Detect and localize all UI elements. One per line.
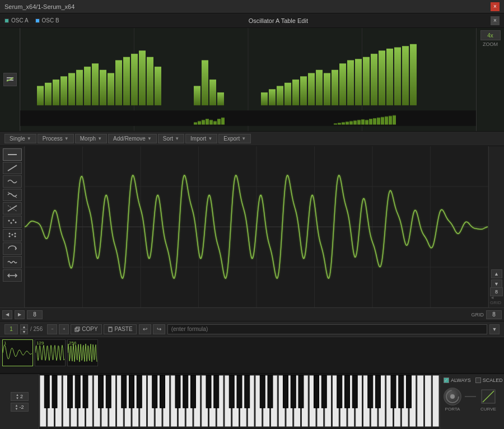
waveform-canvas-container[interactable] <box>25 146 488 307</box>
svg-rect-19 <box>76 327 80 330</box>
svg-point-16 <box>14 236 16 237</box>
svg-point-9 <box>10 222 12 224</box>
curve-label: CURVE <box>480 407 496 412</box>
curve-group: CURVE <box>479 388 497 412</box>
grid-label: GRID <box>472 312 484 318</box>
formula-input[interactable] <box>167 324 487 334</box>
svg-point-13 <box>8 236 10 237</box>
always-label: ALWAYS <box>451 377 471 383</box>
wt-main-display <box>20 28 476 131</box>
edit-toolbar: Single ▼ Process ▼ Morph ▼ Add/Remove ▼ … <box>0 132 504 146</box>
panel-close-button[interactable]: × <box>491 16 500 25</box>
svg-point-12 <box>8 233 10 235</box>
oscillator-edit-title: Oscillator A Table Edit <box>66 17 491 24</box>
always-checkbox[interactable]: ✓ <box>444 377 449 383</box>
curve-shape[interactable] <box>479 388 497 405</box>
frame-down-button[interactable]: ▼ <box>20 329 28 334</box>
pitch-spinner-2[interactable]: ▲ ▼ -2 <box>11 403 29 412</box>
scaled-checkbox[interactable] <box>475 377 481 383</box>
import-button[interactable]: Import ▼ <box>185 134 217 143</box>
nav-prev-button[interactable]: ◀ <box>2 310 12 319</box>
osc-a-tab[interactable]: OSC A <box>4 17 29 24</box>
waveform-editor: ▲ ▼ 8 ◄ GRID <box>0 146 504 307</box>
count-plus-button[interactable]: + <box>59 324 69 334</box>
svg-point-8 <box>8 220 10 222</box>
redo-button[interactable]: ↪ <box>153 324 165 334</box>
mini-frame-2[interactable]: 129 <box>35 339 66 366</box>
add-remove-arrow: ▼ <box>147 136 152 141</box>
zoom-value[interactable]: 4x <box>480 30 501 40</box>
mini-preview-strip: 1 129 256 <box>0 337 504 373</box>
mini-canvas-1 <box>3 340 32 366</box>
always-scaled-row: ✓ ALWAYS SCALED <box>444 377 501 383</box>
osc-a-indicator <box>4 18 9 23</box>
import-arrow: ▼ <box>208 136 212 141</box>
scaled-checkbox-label: SCALED <box>475 377 503 383</box>
wt-left-toolbar <box>0 28 20 131</box>
copy-paste-group: − + COPY PASTE <box>47 324 136 334</box>
tool-dots2[interactable] <box>3 229 22 241</box>
always-checkbox-label: ✓ ALWAYS <box>444 377 471 383</box>
count-minus-button[interactable]: − <box>47 324 57 334</box>
tool-cycle[interactable] <box>3 243 22 255</box>
piano-canvas[interactable] <box>39 374 440 429</box>
svg-point-24 <box>450 394 455 399</box>
tool-x[interactable] <box>3 189 22 201</box>
wavetable-display: 4x ZOOM <box>0 28 504 132</box>
keyboard-left-controls: ▲ ▼ 2 ▲ ▼ -2 <box>0 374 39 429</box>
single-arrow: ▼ <box>27 136 31 141</box>
sort-button[interactable]: Sort ▼ <box>158 134 184 143</box>
tool-line[interactable] <box>3 148 22 161</box>
wave-right-controls: ▲ ▼ 8 ◄ GRID <box>488 146 504 307</box>
tool-arrows[interactable] <box>3 269 22 282</box>
osc-a-label: OSC A <box>11 17 29 24</box>
svg-rect-18 <box>75 328 78 332</box>
copy-button[interactable]: COPY <box>71 324 101 334</box>
mini-frame-3[interactable]: 256 <box>67 339 98 366</box>
svg-point-10 <box>12 220 14 221</box>
frame-adjuster: ▲ ▼ <box>20 324 28 334</box>
add-remove-button[interactable]: Add/Remove ▼ <box>108 134 157 143</box>
osc-b-label: OSC B <box>42 17 59 24</box>
paste-button[interactable]: PASTE <box>104 324 137 334</box>
process-arrow: ▼ <box>64 136 69 141</box>
process-button[interactable]: Process ▼ <box>38 134 74 143</box>
porta-slider[interactable] <box>465 396 476 397</box>
svg-point-15 <box>14 233 16 235</box>
tool-dots[interactable] <box>3 216 22 228</box>
undo-button[interactable]: ↩ <box>139 324 151 334</box>
export-button[interactable]: Export ▼ <box>218 134 251 143</box>
formula-dropdown-button[interactable]: ▼ <box>489 324 500 334</box>
pitch-row-1: ▲ ▼ 2 <box>11 392 29 401</box>
mini-frame-1[interactable]: 1 <box>2 339 33 366</box>
window-close-button[interactable]: × <box>491 2 500 11</box>
tool-diagonal[interactable] <box>3 202 22 214</box>
wavetable-bars-canvas <box>20 28 476 131</box>
page-num[interactable]: 8 <box>27 310 43 319</box>
frame-up-button[interactable]: ▲ <box>20 324 28 329</box>
morph-button[interactable]: Morph ▼ <box>75 134 107 143</box>
waveform-canvas[interactable] <box>25 146 488 307</box>
scroll-up-button[interactable]: ▲ <box>491 269 502 278</box>
frame-number[interactable]: 1 <box>4 324 18 334</box>
tool-squiggle[interactable] <box>3 256 22 268</box>
mini-frame-3-num: 256 <box>69 341 76 346</box>
tool-sine[interactable] <box>3 175 22 188</box>
tool-draw[interactable] <box>3 162 22 174</box>
porta-curve-row: PORTA CURVE <box>444 388 501 412</box>
porta-label: PORTA <box>445 407 460 412</box>
pitch-controls: ▲ ▼ 2 ▲ ▼ -2 <box>11 392 29 412</box>
wt-right-controls: 4x ZOOM <box>476 28 504 131</box>
wt-view-button[interactable] <box>3 73 17 86</box>
sort-arrow: ▼ <box>175 136 179 141</box>
svg-line-4 <box>8 165 17 171</box>
zoom-label: ZOOM <box>483 41 498 47</box>
svg-point-14 <box>11 234 13 236</box>
pitch-spinner-1[interactable]: ▲ ▼ 2 <box>11 392 29 401</box>
single-button[interactable]: Single ▼ <box>4 134 36 143</box>
osc-b-tab[interactable]: OSC B <box>35 17 59 24</box>
nav-next-button[interactable]: ▶ <box>15 310 25 319</box>
porta-knob[interactable] <box>444 388 461 405</box>
formula-bar: 1 ▲ ▼ / 256 − + COPY PASTE ↩ ↪ ▼ <box>0 321 504 337</box>
grid-num[interactable]: 8 <box>486 310 502 319</box>
